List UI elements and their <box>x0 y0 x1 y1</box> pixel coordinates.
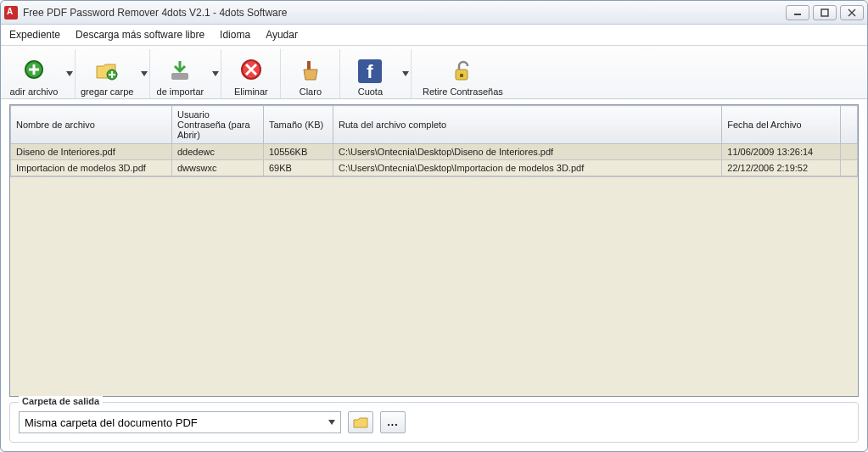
add-folder-icon <box>93 58 120 85</box>
table-row[interactable]: Diseno de Interiores.pdf ddedewc 10556KB… <box>11 144 858 160</box>
col-size[interactable]: Tamaño (KB) <box>264 106 333 144</box>
import-dropdown[interactable] <box>210 49 221 98</box>
toolbar: adir archivo gregar carpe de importar <box>1 45 867 99</box>
share-button[interactable]: f Cuota <box>340 49 400 98</box>
unlock-button[interactable]: Retire Contraseñas <box>412 49 513 98</box>
svg-marker-7 <box>66 71 73 76</box>
window-title: Free PDF Password Remover 4dots V2.1 - 4… <box>23 7 786 19</box>
menu-idioma[interactable]: Idioma <box>220 29 250 41</box>
facebook-icon: f <box>356 58 384 85</box>
menu-descarga[interactable]: Descarga más software libre <box>76 29 204 41</box>
clear-icon <box>297 58 324 85</box>
folder-icon <box>353 416 368 429</box>
window-controls <box>786 5 864 20</box>
open-folder-button[interactable] <box>348 411 373 433</box>
col-path[interactable]: Ruta del archivo completo <box>333 106 722 144</box>
svg-marker-13 <box>212 71 219 76</box>
remove-icon <box>238 58 265 85</box>
add-folder-button[interactable]: gregar carpe <box>76 49 138 98</box>
menu-ayudar[interactable]: Ayudar <box>266 29 298 41</box>
table-empty-area <box>10 176 858 396</box>
output-folder-combo[interactable]: Misma carpeta del documento PDF <box>19 411 341 433</box>
svg-marker-11 <box>141 71 148 76</box>
share-dropdown[interactable] <box>400 49 412 98</box>
maximize-button[interactable] <box>813 5 837 20</box>
table-row[interactable]: Importacion de modelos 3D.pdf dwwswxc 69… <box>11 160 858 176</box>
add-file-icon <box>20 58 48 85</box>
close-button[interactable] <box>840 5 864 20</box>
menubar: Expediente Descarga más software libre I… <box>1 25 867 45</box>
col-spacer <box>841 106 858 144</box>
import-button[interactable]: de importar <box>150 49 210 98</box>
unlock-icon <box>449 58 476 85</box>
add-file-dropdown[interactable] <box>64 49 76 98</box>
clear-button[interactable]: Claro <box>281 49 340 98</box>
output-folder-panel: Carpeta de salida Misma carpeta del docu… <box>9 402 859 443</box>
browse-button[interactable]: ... <box>380 411 406 433</box>
output-folder-legend: Carpeta de salida <box>19 396 103 406</box>
app-icon <box>4 6 18 20</box>
svg-marker-23 <box>328 420 335 425</box>
svg-rect-17 <box>307 61 311 70</box>
titlebar: Free PDF Password Remover 4dots V2.1 - 4… <box>1 1 867 25</box>
col-filename[interactable]: Nombre de archivo <box>11 106 172 144</box>
file-table-container: Nombre de archivo Usuario Contraseña (pa… <box>9 104 859 397</box>
add-folder-dropdown[interactable] <box>138 49 150 98</box>
file-table[interactable]: Nombre de archivo Usuario Contraseña (pa… <box>10 105 858 176</box>
svg-rect-12 <box>171 73 188 80</box>
svg-text:f: f <box>367 61 374 82</box>
app-window: Free PDF Password Remover 4dots V2.1 - 4… <box>0 0 868 452</box>
col-password[interactable]: Usuario Contraseña (para Abrir) <box>172 106 264 144</box>
svg-rect-1 <box>821 9 828 16</box>
menu-expediente[interactable]: Expediente <box>9 29 60 41</box>
svg-rect-22 <box>460 74 463 77</box>
col-date[interactable]: Fecha del Archivo <box>722 106 841 144</box>
add-file-button[interactable]: adir archivo <box>4 49 64 98</box>
svg-marker-20 <box>402 71 409 76</box>
content-area: Nombre de archivo Usuario Contraseña (pa… <box>1 99 867 402</box>
minimize-button[interactable] <box>786 5 809 20</box>
ellipsis-icon: ... <box>387 416 398 428</box>
import-icon <box>166 58 193 85</box>
remove-button[interactable]: Eliminar <box>221 49 281 98</box>
chevron-down-icon <box>328 420 335 425</box>
